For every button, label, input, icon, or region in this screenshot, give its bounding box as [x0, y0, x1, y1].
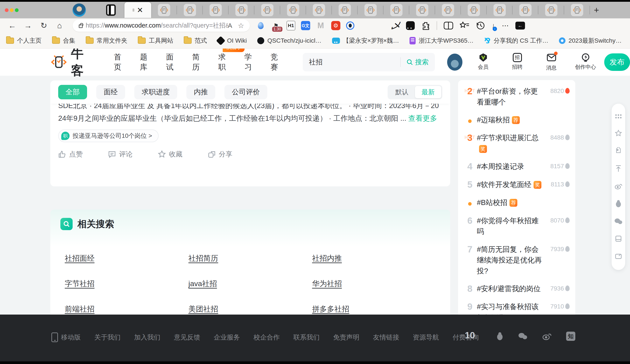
minimize-window-button[interactable]	[10, 8, 14, 12]
nav-learning[interactable]: 学习	[244, 52, 256, 72]
hot-topic-row[interactable]: 8 #安利/避雷我的岗位 7936	[463, 280, 570, 298]
sort-default[interactable]: 默认	[389, 86, 415, 98]
hot-topic-row[interactable]: #迈瑞秋招荐	[463, 111, 570, 129]
footer-link[interactable]: 企业服务	[214, 333, 240, 342]
pinned-tab[interactable]	[306, 2, 332, 18]
menu-creator-center[interactable]: 创作中心	[574, 53, 598, 71]
sidebar-toggle-icon[interactable]: ←	[516, 22, 525, 30]
favorite-star-icon[interactable]: ☆	[238, 22, 244, 30]
mobile-app-icon[interactable]	[615, 235, 622, 242]
sort-latest[interactable]: 最新	[415, 86, 441, 98]
nowcoder-logo[interactable]: 牛客	[50, 48, 95, 79]
pinned-tab[interactable]	[487, 2, 512, 18]
gear-extension-icon[interactable]: ⚙	[331, 21, 340, 30]
filter-tab-job-progress[interactable]: 求职进度	[134, 85, 177, 99]
related-link[interactable]: 字节社招	[65, 279, 94, 289]
related-link[interactable]: 社招面经	[65, 253, 94, 264]
pinned-tab[interactable]	[203, 2, 228, 18]
filter-tab-referral[interactable]: 内推	[186, 85, 215, 99]
like-button[interactable]: 点赞	[58, 150, 83, 159]
split-screen-icon[interactable]	[444, 22, 453, 30]
nav-question-bank[interactable]: 题库	[140, 52, 152, 72]
wechat-icon[interactable]	[614, 218, 622, 225]
bookmark-folder[interactable]: 合集	[52, 36, 75, 45]
eye-extension-icon[interactable]	[346, 22, 354, 30]
pinned-tab[interactable]	[564, 2, 590, 18]
bookmark-wps[interactable]: 浙江大学WPS365…	[410, 36, 474, 45]
pinned-tab[interactable]	[461, 2, 487, 18]
related-link[interactable]: 拼多多社招	[312, 304, 349, 314]
hot-topic-row[interactable]: HOT2 #平台or薪资，你更看重哪个 8820	[463, 82, 570, 111]
footer-link[interactable]: 校企合作	[254, 333, 280, 342]
share-button[interactable]: 分享	[208, 150, 232, 159]
comment-button[interactable]: 评论	[108, 150, 132, 159]
flag-extension-icon[interactable]: ⚑1.30	[271, 21, 281, 30]
new-tab-button[interactable]: +	[594, 5, 599, 15]
menu-recruit[interactable]: 招 招聘	[505, 53, 530, 71]
pinned-tab[interactable]	[384, 2, 409, 18]
translate-extension-icon[interactable]: G文	[301, 21, 310, 30]
pinned-tab[interactable]	[435, 2, 461, 18]
bookmark-oiwiki[interactable]: OI Wiki	[218, 37, 247, 44]
address-bar[interactable]: https://www.nowcoder.com/search/all?quer…	[72, 20, 250, 32]
bookmark-bilibili[interactable]: 【梁永安×罗翔×魏…	[332, 36, 399, 45]
footer-link[interactable]: 联系我们	[293, 333, 320, 342]
footer-link[interactable]: 加入我们	[134, 333, 160, 342]
related-link[interactable]: 前端社招	[65, 304, 94, 314]
filter-tab-interview-exp[interactable]: 面经	[96, 85, 125, 99]
nav-contest[interactable]: 竞赛	[270, 52, 282, 72]
forward-button[interactable]: →	[20, 21, 36, 30]
weibo-icon[interactable]	[542, 332, 552, 340]
reader-view-icon[interactable]: A	[228, 22, 232, 29]
related-link[interactable]: 华为社招	[312, 279, 342, 289]
menu-messages[interactable]: 消息	[540, 53, 564, 71]
hot-topic-row[interactable]: HOT3 #字节求职进展汇总奖 8488	[463, 129, 570, 158]
collections-star-icon[interactable]	[460, 21, 470, 30]
zoom-window-button[interactable]	[15, 8, 18, 12]
more-menu-icon[interactable]: ⋯	[502, 22, 509, 30]
bookmark-folder[interactable]: 个人主页	[6, 36, 42, 45]
back-button[interactable]: ←	[4, 21, 20, 30]
bookmark-github[interactable]: QSCTech/zju-icicl…	[257, 37, 321, 44]
hot-topic-row[interactable]: 5 #软件开发笔面经奖 8113	[463, 176, 570, 194]
pinned-tab[interactable]	[538, 2, 564, 18]
wechat-icon[interactable]	[518, 332, 528, 340]
pinned-tab[interactable]	[512, 2, 538, 18]
job-tag-pill[interactable]: 职 投递亚马逊等公司10个岗位 >	[58, 130, 158, 142]
tag-icon[interactable]	[615, 147, 622, 154]
h1-extension-icon[interactable]: H1	[286, 21, 295, 30]
star-icon[interactable]	[615, 130, 622, 137]
extensions-puzzle-icon[interactable]	[421, 21, 430, 30]
nav-jobs[interactable]: 求职	[218, 52, 230, 72]
nav-resume[interactable]: 简历	[192, 52, 204, 72]
search-button[interactable]: 搜索	[406, 58, 429, 67]
hot-topic-row[interactable]: 4 #本周投递记录 8157	[463, 158, 570, 176]
publish-button[interactable]: 发布	[604, 54, 630, 71]
ink-brush-icon[interactable]: 乄	[392, 20, 400, 31]
pinned-tab[interactable]	[254, 2, 280, 18]
grid-apps-icon[interactable]	[615, 114, 622, 119]
footer-link[interactable]: 免责声明	[333, 333, 360, 342]
hot-topic-row[interactable]: 7 #简历无回复，你会继续海投还是优化再投? 7939	[463, 240, 570, 280]
site-search-input[interactable]: 社招 搜索	[303, 53, 435, 71]
home-button[interactable]: ⌂	[52, 21, 68, 30]
pinned-tab[interactable]	[177, 2, 203, 18]
bookmark-folder[interactable]: 范式	[184, 36, 207, 45]
footer-link[interactable]: 资源导航	[413, 333, 439, 342]
favorite-button[interactable]: 收藏	[158, 150, 182, 159]
close-tab-icon[interactable]: ✕	[137, 6, 143, 14]
m-extension-icon[interactable]: M	[316, 21, 326, 30]
browser-profile-avatar[interactable]	[72, 3, 86, 17]
related-link[interactable]: 美团社招	[188, 304, 218, 314]
pinned-tab[interactable]	[332, 2, 358, 18]
back-to-top-icon[interactable]	[615, 165, 622, 172]
nav-interview[interactable]: 面试	[166, 52, 178, 72]
hot-topic-row[interactable]: #B站校招荐	[463, 194, 570, 212]
qq-icon[interactable]	[496, 332, 504, 340]
see-more-link[interactable]: 查看更多	[408, 114, 437, 122]
footer-link[interactable]: 意见反馈	[174, 333, 200, 342]
filter-tab-all[interactable]: 全部	[58, 85, 87, 99]
pinned-tab[interactable]	[358, 2, 384, 18]
bookmark-folder[interactable]: 常用文件夹	[86, 36, 127, 45]
close-window-button[interactable]	[5, 8, 8, 12]
